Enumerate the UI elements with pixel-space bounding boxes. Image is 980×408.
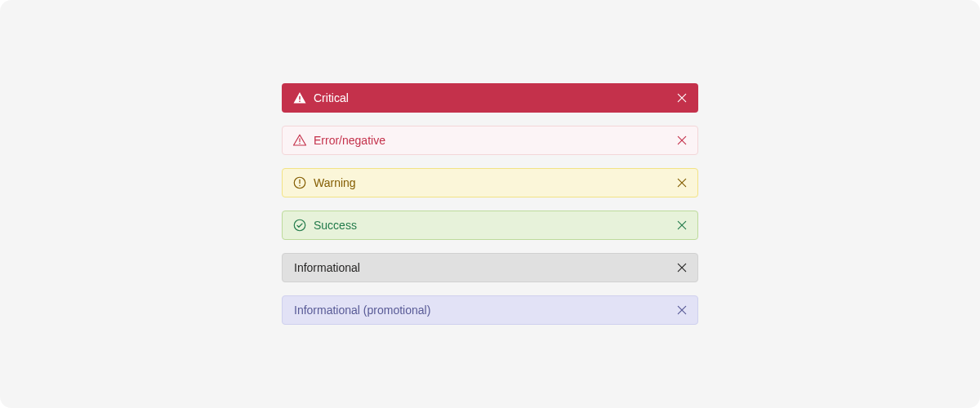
banner-success: Success (282, 211, 698, 240)
banner-label: Informational (294, 261, 675, 274)
close-icon[interactable] (675, 303, 689, 317)
close-icon[interactable] (675, 218, 689, 233)
svg-point-3 (294, 220, 305, 231)
banner-informational: Informational (282, 253, 698, 282)
close-icon[interactable] (675, 91, 689, 105)
banner-label: Success (314, 219, 675, 232)
banner-warning: Warning (282, 168, 698, 197)
alert-triangle-outline-icon (292, 133, 307, 148)
banner-promotional: Informational (promotional) (282, 295, 698, 325)
banner-label: Error/negative (314, 134, 675, 147)
alert-circle-outline-icon (292, 175, 307, 190)
banner-label: Critical (314, 91, 675, 104)
close-icon[interactable] (675, 175, 689, 190)
banner-error: Error/negative (282, 126, 698, 155)
banner-label: Warning (314, 176, 675, 189)
banner-label: Informational (promotional) (294, 304, 675, 317)
check-circle-outline-icon (292, 218, 307, 233)
alert-triangle-filled-icon (292, 91, 307, 105)
example-canvas: Critical Error/negative Warning Success (0, 0, 980, 408)
banner-critical: Critical (282, 83, 698, 113)
close-icon[interactable] (675, 260, 689, 275)
close-icon[interactable] (675, 133, 689, 148)
